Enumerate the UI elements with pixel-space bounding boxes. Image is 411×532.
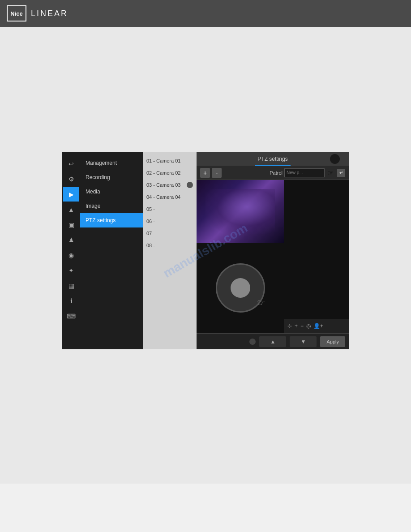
sidebar-menu: Management Recording Media Image PTZ set… [80,152,143,349]
bottom-dot [249,339,256,345]
joystick-inner [231,278,250,298]
sidebar-icon-network[interactable]: ✦ [63,263,79,278]
sidebar-icon-user[interactable]: ♟ [63,233,79,247]
up-arrow-button[interactable]: ▲ [259,336,286,347]
ptz-header-dot [330,154,340,164]
logo-nice-text: Nice [10,10,22,17]
logo-linear-text: LINEAR [31,9,68,18]
camera-04-label: 04 - Camera 04 [146,194,180,200]
menu-item-image[interactable]: Image [80,199,143,213]
ptz-header: PTZ settings [197,152,349,166]
zoom-in-icon[interactable]: + [295,323,298,329]
camera-08-label: 08 - [146,243,155,248]
person-add-icon[interactable]: 👤+ [313,323,323,329]
camera-list: 01 - Camera 01 02 - Camera 02 03 - Camer… [143,152,197,349]
down-arrow-button[interactable]: ▼ [290,336,317,347]
camera-05-label: 05 - [146,206,155,212]
main-panel: PTZ settings + - Patrol ☞ ↵ [197,152,349,349]
ptz-bottom-controls: ⊹ + − ◎ 👤+ [284,319,349,333]
menu-item-media[interactable]: Media [80,184,143,199]
camera-item-01[interactable]: 01 - Camera 01 [143,154,197,167]
sidebar-icon-alert[interactable]: ▲ [63,202,79,217]
camera-06-label: 06 - [146,219,155,224]
nav-bottom: ▲ ▼ Apply [197,333,349,349]
camera-07-label: 07 - [146,231,155,236]
focus-icon[interactable]: ◎ [306,323,311,329]
camera-item-08[interactable]: 08 - [143,239,197,251]
joystick-area: ☞ [197,243,284,333]
plus-button[interactable]: + [200,168,210,178]
mouse-icon[interactable]: ⊹ [287,323,292,329]
minus-button[interactable]: - [212,168,222,178]
camera-item-03[interactable]: 03 - Camera 03 [143,179,197,191]
camera-item-06[interactable]: 06 - [143,215,197,227]
main-content: manualslib.com ↩ ⚙ ▶ ▲ ▣ ♟ ◉ ✦ ▦ ℹ ⌨ Man… [0,27,411,484]
menu-item-ptz-settings[interactable]: PTZ settings [80,213,143,227]
sidebar-icon-storage[interactable]: ◉ [63,248,79,262]
camera-03-dot [187,182,193,188]
content-area: ☞ ⊹ + − ◎ 👤+ [197,180,349,333]
camera-01-label: 01 - Camera 01 [146,158,180,163]
sidebar-icon-display[interactable]: ▣ [63,218,79,232]
joystick-container[interactable]: ☞ [216,263,265,313]
sidebar-icon-camera[interactable]: ↩ [63,157,79,171]
camera-02-label: 02 - Camera 02 [146,170,180,176]
camera-item-05[interactable]: 05 - [143,203,197,215]
camera-feed [197,180,284,243]
app-header: Nice LINEAR [0,0,411,27]
menu-item-recording[interactable]: Recording [80,170,143,184]
sidebar-icon-building[interactable]: ▦ [63,279,79,293]
camera-item-02[interactable]: 02 - Camera 02 [143,167,197,179]
enter-button[interactable]: ↵ [337,169,345,177]
sidebar-icons: ↩ ⚙ ▶ ▲ ▣ ♟ ◉ ✦ ▦ ℹ ⌨ [62,152,80,349]
ptz-title: PTZ settings [257,156,287,162]
new-preset-input[interactable] [284,168,325,177]
ptz-underline [255,165,291,166]
camera-item-04[interactable]: 04 - Camera 04 [143,191,197,203]
sidebar-icon-settings[interactable]: ⚙ [63,172,79,186]
camera-item-07[interactable]: 07 - [143,227,197,239]
app-window: manualslib.com ↩ ⚙ ▶ ▲ ▣ ♟ ◉ ✦ ▦ ℹ ⌨ Man… [62,152,349,349]
apply-button[interactable]: Apply [320,336,345,347]
sidebar-icon-info[interactable]: ℹ [63,294,79,308]
camera-03-label: 03 - Camera 03 [146,182,180,188]
cursor-hand-icon: ☞ [327,169,335,177]
sidebar-icon-keyboard[interactable]: ⌨ [63,309,79,323]
zoom-out-icon[interactable]: − [300,323,304,329]
patrol-button[interactable]: Patrol [270,170,283,176]
menu-item-management[interactable]: Management [80,156,143,170]
logo-box: Nice [7,5,26,21]
top-controls: + - Patrol ☞ ↵ [197,166,349,180]
joystick-cursor-icon: ☞ [257,297,265,308]
sidebar-icon-management[interactable]: ▶ [63,187,79,202]
